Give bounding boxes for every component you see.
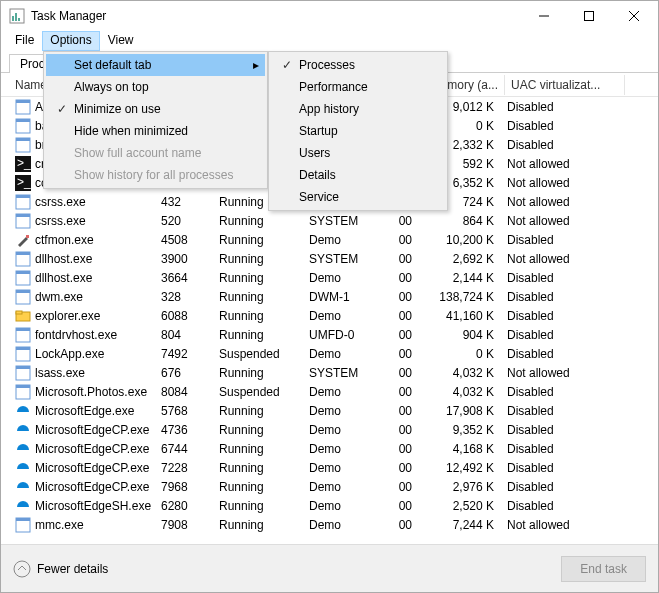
user-cell: Demo	[303, 515, 381, 535]
pid-cell: 676	[155, 363, 213, 383]
table-row[interactable]: dwm.exe328RunningDWM-100138,724 KDisable…	[1, 287, 658, 306]
cpu-cell: 00	[381, 211, 419, 231]
end-task-button[interactable]: End task	[561, 556, 646, 582]
uac-cell: Disabled	[501, 287, 621, 307]
pid-cell: 520	[155, 211, 213, 231]
table-row[interactable]: LockApp.exe7492SuspendedDemo000 KDisable…	[1, 344, 658, 363]
opt-label: Hide when minimized	[74, 124, 188, 138]
opt-show-history-all: Show history for all processes	[46, 164, 265, 186]
table-row[interactable]: fontdrvhost.exe804RunningUMFD-000904 KDi…	[1, 325, 658, 344]
options-dropdown: Set default tab ▸ Always on top ✓ Minimi…	[43, 51, 268, 189]
process-icon	[15, 479, 31, 495]
process-icon	[15, 365, 31, 381]
table-row[interactable]: MicrosoftEdgeSH.exe6280RunningDemo002,52…	[1, 496, 658, 515]
mem-cell: 2,976 K	[419, 477, 501, 497]
process-name: dllhost.exe	[35, 271, 92, 285]
process-name: dwm.exe	[35, 290, 83, 304]
maximize-button[interactable]	[566, 1, 611, 31]
opt-set-default-tab[interactable]: Set default tab ▸	[46, 54, 265, 76]
mem-cell: 9,352 K	[419, 420, 501, 440]
menu-options[interactable]: Options	[42, 31, 99, 51]
uac-cell: Disabled	[501, 458, 621, 478]
uac-cell: Not allowed	[501, 249, 621, 269]
user-cell: Demo	[303, 306, 381, 326]
table-row[interactable]: MicrosoftEdge.exe5768RunningDemo0017,908…	[1, 401, 658, 420]
svg-rect-37	[16, 366, 30, 369]
mem-cell: 4,032 K	[419, 363, 501, 383]
uac-cell: Disabled	[501, 382, 621, 402]
table-row[interactable]: explorer.exe6088RunningDemo0041,160 KDis…	[1, 306, 658, 325]
opt-label: Show history for all processes	[74, 168, 233, 182]
close-button[interactable]	[611, 1, 656, 31]
sub-processes[interactable]: ✓Processes	[271, 54, 445, 76]
sub-service[interactable]: Service	[271, 186, 445, 208]
taskmgr-icon	[9, 8, 25, 24]
svg-rect-47	[16, 518, 30, 521]
fewer-details-button[interactable]: Fewer details	[13, 560, 108, 578]
svg-rect-3	[18, 18, 20, 21]
pid-cell: 804	[155, 325, 213, 345]
opt-label: Minimize on use	[74, 102, 161, 116]
uac-cell: Not allowed	[501, 173, 621, 193]
table-row[interactable]: Microsoft.Photos.exe8084SuspendedDemo004…	[1, 382, 658, 401]
svg-rect-39	[16, 385, 30, 388]
table-row[interactable]: dllhost.exe3664RunningDemo002,144 KDisab…	[1, 268, 658, 287]
mem-cell: 2,144 K	[419, 268, 501, 288]
sub-performance[interactable]: Performance	[271, 76, 445, 98]
status-cell: Running	[213, 458, 303, 478]
process-name: MicrosoftEdgeCP.exe	[35, 423, 150, 437]
menu-file[interactable]: File	[7, 31, 42, 51]
opt-always-on-top[interactable]: Always on top	[46, 76, 265, 98]
process-icon	[15, 289, 31, 305]
table-row[interactable]: MicrosoftEdgeCP.exe6744RunningDemo004,16…	[1, 439, 658, 458]
uac-cell: Disabled	[501, 344, 621, 364]
sub-details[interactable]: Details	[271, 164, 445, 186]
minimize-button[interactable]	[521, 1, 566, 31]
user-cell: DWM-1	[303, 287, 381, 307]
menu-view[interactable]: View	[100, 31, 142, 51]
mem-cell: 7,244 K	[419, 515, 501, 535]
opt-hide-when-minimized[interactable]: Hide when minimized	[46, 120, 265, 142]
table-row[interactable]: lsass.exe676RunningSYSTEM004,032 KNot al…	[1, 363, 658, 382]
table-row[interactable]: dllhost.exe3900RunningSYSTEM002,692 KNot…	[1, 249, 658, 268]
table-row[interactable]: csrss.exe520RunningSYSTEM00864 KNot allo…	[1, 211, 658, 230]
opt-label: Always on top	[74, 80, 149, 94]
process-name: ctfmon.exe	[35, 233, 94, 247]
sub-app-history[interactable]: App history	[271, 98, 445, 120]
user-cell: Demo	[303, 420, 381, 440]
table-row[interactable]: MicrosoftEdgeCP.exe7228RunningDemo0012,4…	[1, 458, 658, 477]
status-cell: Running	[213, 230, 303, 250]
window-title: Task Manager	[31, 9, 521, 23]
pid-cell: 8084	[155, 382, 213, 402]
user-cell: SYSTEM	[303, 363, 381, 383]
cpu-cell: 00	[381, 306, 419, 326]
col-uac[interactable]: UAC virtualizat...	[505, 75, 625, 95]
mem-cell: 10,200 K	[419, 230, 501, 250]
process-name: MicrosoftEdgeCP.exe	[35, 480, 150, 494]
table-row[interactable]: mmc.exe7908RunningDemo007,244 KNot allow…	[1, 515, 658, 534]
pid-cell: 6088	[155, 306, 213, 326]
pid-cell: 3664	[155, 268, 213, 288]
process-name: dllhost.exe	[35, 252, 92, 266]
pid-cell: 432	[155, 192, 213, 212]
sub-label: Service	[299, 190, 339, 204]
process-icon	[15, 460, 31, 476]
table-row[interactable]: MicrosoftEdgeCP.exe7968RunningDemo002,97…	[1, 477, 658, 496]
status-cell: Running	[213, 268, 303, 288]
process-name: A	[35, 100, 43, 114]
user-cell: Demo	[303, 496, 381, 516]
mem-cell: 138,724 K	[419, 287, 501, 307]
pid-cell: 6280	[155, 496, 213, 516]
table-row[interactable]: ctfmon.exe4508RunningDemo0010,200 KDisab…	[1, 230, 658, 249]
table-row[interactable]: MicrosoftEdgeCP.exe4736RunningDemo009,35…	[1, 420, 658, 439]
process-icon	[15, 99, 31, 115]
sub-startup[interactable]: Startup	[271, 120, 445, 142]
opt-label: Show full account name	[74, 146, 201, 160]
sub-users[interactable]: Users	[271, 142, 445, 164]
process-name: MicrosoftEdgeCP.exe	[35, 461, 150, 475]
opt-minimize-on-use[interactable]: ✓ Minimize on use	[46, 98, 265, 120]
uac-cell: Disabled	[501, 439, 621, 459]
status-cell: Running	[213, 420, 303, 440]
cpu-cell: 00	[381, 325, 419, 345]
status-cell: Suspended	[213, 382, 303, 402]
